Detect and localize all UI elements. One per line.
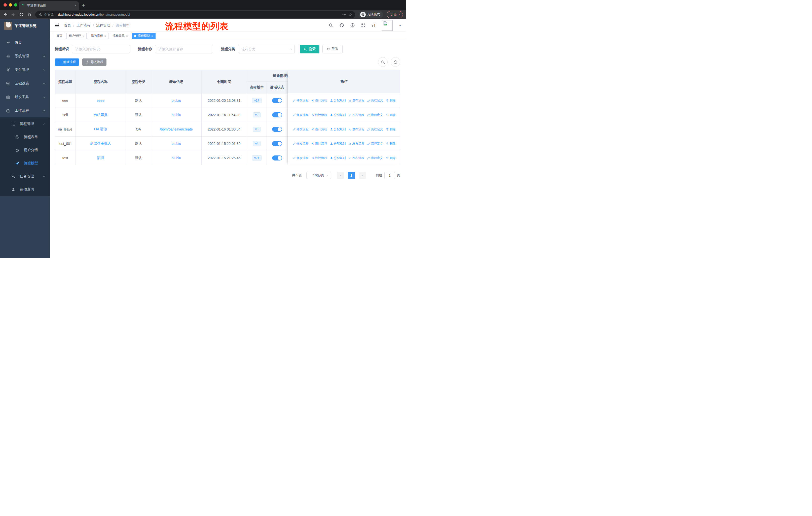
fontsize-icon[interactable]: TT [372, 23, 376, 27]
new-tab-button[interactable]: + [82, 3, 85, 8]
view-tag-3[interactable]: 流程表单× [110, 33, 130, 39]
tag-close-icon[interactable]: × [104, 34, 106, 37]
action-修改流程[interactable]: 修改流程 [293, 98, 309, 103]
action-删除[interactable]: 删除 [386, 113, 396, 117]
sidebar-item-home[interactable]: 首页 [0, 36, 50, 49]
action-修改流程[interactable]: 修改流程 [293, 113, 309, 117]
cell-name-link-text[interactable]: 自己审批 [94, 113, 108, 117]
cell-form-link-text[interactable]: biubiu [172, 142, 181, 146]
home-icon[interactable] [27, 12, 32, 17]
search-button[interactable]: 搜索 [300, 45, 319, 53]
url-bar[interactable]: 不安全 dashboard.yudao.iocoder.cn/bpm/manag… [35, 11, 355, 18]
breadcrumb-workflow[interactable]: 工作流程 [77, 23, 91, 28]
goto-page-input[interactable] [384, 172, 395, 179]
action-流程定义[interactable]: 流程定义 [367, 98, 383, 103]
sidebar-item-user-group[interactable]: 用户分组 [0, 144, 50, 157]
view-tag-1[interactable]: 租户管理× [66, 33, 87, 39]
action-发布流程[interactable]: 发布流程 [349, 98, 365, 103]
sidebar-item-system[interactable]: 系统管理 [0, 49, 50, 63]
cell-name-link-text[interactable]: eeee [97, 99, 105, 103]
active-toggle[interactable] [272, 98, 282, 103]
action-分配规则[interactable]: 分配规则 [330, 127, 346, 132]
active-toggle[interactable] [272, 112, 282, 117]
cell-name-link-text[interactable]: OA 请假 [94, 127, 107, 132]
active-toggle[interactable] [272, 127, 282, 132]
action-设计流程[interactable]: 设计流程 [311, 98, 327, 103]
action-分配规则[interactable]: 分配规则 [330, 156, 346, 160]
action-流程定义[interactable]: 流程定义 [367, 156, 383, 160]
view-tag-0[interactable]: 首页 [54, 33, 65, 39]
action-设计流程[interactable]: 设计流程 [311, 156, 327, 160]
bookmark-star-icon[interactable] [348, 12, 352, 17]
sidebar-item-task-mgmt[interactable]: 任务管理 [0, 170, 50, 183]
action-发布流程[interactable]: 发布流程 [349, 156, 365, 160]
sidebar-item-leave-query[interactable]: 请假查询 [0, 183, 50, 196]
action-修改流程[interactable]: 修改流程 [293, 156, 309, 160]
view-tag-4[interactable]: 流程模型× [132, 33, 155, 39]
cell-form-link-text[interactable]: biubiu [172, 113, 181, 117]
action-删除[interactable]: 删除 [386, 127, 396, 132]
action-删除[interactable]: 删除 [386, 156, 396, 160]
minimize-window-button[interactable] [9, 3, 12, 6]
action-删除[interactable]: 删除 [386, 142, 396, 146]
table-search-button[interactable] [378, 57, 388, 67]
breadcrumb-home[interactable]: 首页 [64, 23, 71, 28]
sidebar-item-workflow[interactable]: 工作流程 [0, 104, 50, 117]
search-icon[interactable] [328, 23, 333, 28]
action-发布流程[interactable]: 发布流程 [349, 127, 365, 132]
cell-form-link-text[interactable]: biubiu [172, 156, 181, 160]
github-icon[interactable] [339, 23, 344, 28]
action-修改流程[interactable]: 修改流程 [293, 127, 309, 132]
warning-icon[interactable] [38, 12, 42, 17]
cell-form-link-text[interactable]: /bpm/oa/leave/create [160, 127, 193, 131]
action-发布流程[interactable]: 发布流程 [349, 113, 365, 117]
cell-name-link-text[interactable]: 滔博 [97, 156, 104, 160]
browser-menu-icon[interactable] [400, 12, 401, 17]
reload-icon[interactable] [19, 12, 24, 17]
forward-icon[interactable] [11, 12, 16, 17]
cell-form-link-text[interactable]: biubiu [172, 99, 181, 103]
next-page-button[interactable]: › [359, 172, 366, 179]
tab-close-icon[interactable]: × [75, 4, 77, 7]
help-icon[interactable] [350, 23, 355, 28]
sidebar-collapse-icon[interactable] [54, 23, 59, 28]
page-size-select[interactable]: 10条/页 [306, 172, 331, 179]
import-process-button[interactable]: 导入流程 [82, 58, 107, 66]
tag-close-icon[interactable]: × [151, 34, 153, 37]
tag-close-icon[interactable]: × [83, 34, 84, 37]
filter-category-select[interactable] [238, 45, 295, 53]
filter-id-input[interactable] [72, 45, 130, 53]
fullscreen-icon[interactable] [361, 23, 366, 28]
reset-button[interactable]: 重置 [322, 45, 343, 53]
avatar[interactable] [382, 20, 393, 31]
close-window-button[interactable] [3, 3, 7, 6]
action-设计流程[interactable]: 设计流程 [311, 113, 327, 117]
sidebar-item-infra[interactable]: 基础设施 [0, 77, 50, 90]
active-toggle[interactable] [272, 141, 282, 146]
browser-update-button[interactable]: 更新 [387, 11, 403, 18]
action-流程定义[interactable]: 流程定义 [367, 113, 383, 117]
sidebar-logo-row[interactable]: 芋道管理系统 [0, 19, 50, 32]
view-tag-2[interactable]: 我的流程× [88, 33, 108, 39]
action-设计流程[interactable]: 设计流程 [311, 127, 327, 132]
filter-category-input[interactable] [238, 45, 295, 53]
active-toggle[interactable] [272, 156, 282, 161]
prev-page-button[interactable]: ‹ [337, 172, 344, 179]
zoom-window-button[interactable] [14, 3, 18, 6]
filter-name-input[interactable] [155, 45, 213, 53]
sidebar-item-devtools[interactable]: 研发工具 [0, 90, 50, 104]
create-process-button[interactable]: 新建流程 [55, 58, 79, 66]
action-分配规则[interactable]: 分配规则 [330, 98, 346, 103]
action-分配规则[interactable]: 分配规则 [330, 113, 346, 117]
back-icon[interactable] [3, 12, 7, 17]
action-设计流程[interactable]: 设计流程 [311, 142, 327, 146]
action-发布流程[interactable]: 发布流程 [349, 142, 365, 146]
breadcrumb-process-mgmt[interactable]: 流程管理 [96, 23, 110, 28]
chevron-down-icon[interactable]: ▼ [399, 24, 402, 27]
sidebar-item-process-model[interactable]: 流程模型 [0, 157, 50, 170]
action-修改流程[interactable]: 修改流程 [293, 142, 309, 146]
key-icon[interactable] [342, 12, 346, 17]
sidebar-item-process-form[interactable]: 流程表单 [0, 131, 50, 144]
page-1-button[interactable]: 1 [348, 172, 355, 179]
browser-tab[interactable]: 芋道管理系统 × [19, 1, 79, 10]
